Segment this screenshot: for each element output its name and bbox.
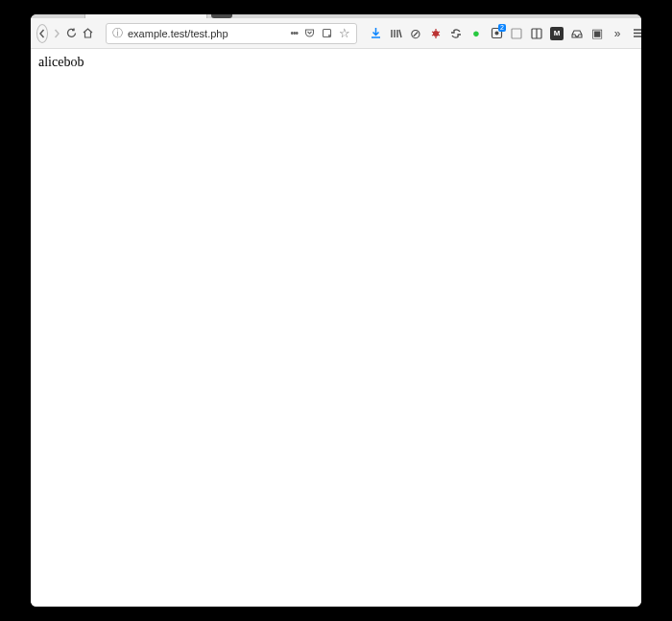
extension-grid-icon[interactable]: ▣ <box>590 27 604 40</box>
extension-badge: 2 <box>498 24 506 32</box>
tab-strip: example.test/test.php + <box>31 14 641 18</box>
downloads-button[interactable] <box>369 27 382 40</box>
home-icon <box>82 27 94 39</box>
pocket-icon-svg <box>304 28 315 38</box>
extension-inbox-icon[interactable] <box>570 27 584 40</box>
reload-button[interactable] <box>65 23 78 44</box>
svg-point-1 <box>328 35 330 36</box>
extension-m-icon[interactable]: M <box>550 27 564 40</box>
extension-noscript-icon[interactable]: ⊘ <box>409 27 422 40</box>
page-body-text: alicebob <box>38 55 84 69</box>
download-icon <box>370 27 382 39</box>
app-menu-button[interactable] <box>631 27 641 40</box>
arrow-left-icon <box>37 29 47 38</box>
overflow-button[interactable]: » <box>611 27 624 40</box>
extension-bug-icon[interactable] <box>429 27 443 40</box>
urlbar-actions: ••• ☆ <box>290 26 350 40</box>
page-actions-button[interactable]: ••• <box>290 28 298 38</box>
home-button[interactable] <box>82 23 94 44</box>
extension-icons: ⊘ ● 2 M ▣ » <box>369 27 641 40</box>
hamburger-icon <box>632 27 642 39</box>
extension-panel2-icon[interactable] <box>530 27 543 40</box>
address-bar[interactable]: ⓘ example.test/test.php ••• ☆ <box>106 23 357 44</box>
plus-icon: + <box>218 14 226 15</box>
svg-point-2 <box>433 31 439 36</box>
tab-active[interactable]: example.test/test.php <box>84 14 207 18</box>
extension-container-icon[interactable]: 2 <box>490 27 503 40</box>
panel2-icon <box>531 28 542 39</box>
extension-panel1-icon[interactable] <box>510 27 523 40</box>
panel-icon <box>511 28 522 39</box>
forward-button[interactable] <box>52 23 61 44</box>
bookmark-star-icon[interactable]: ☆ <box>339 26 350 40</box>
toolbar: ⓘ example.test/test.php ••• ☆ ⊘ <box>31 18 641 49</box>
site-info-icon[interactable]: ⓘ <box>112 26 123 40</box>
browser-window: example.test/test.php + ⓘ example.test/t… <box>31 14 641 607</box>
extension-green-icon[interactable]: ● <box>469 27 483 40</box>
back-button[interactable] <box>36 24 48 43</box>
pocket-icon[interactable] <box>304 28 315 38</box>
svg-rect-5 <box>512 29 521 38</box>
inbox-icon <box>571 28 583 39</box>
sync-icon <box>450 28 462 39</box>
page-content: alicebob <box>31 49 641 607</box>
library-button[interactable] <box>389 27 402 40</box>
new-tab-button[interactable]: + <box>211 14 232 18</box>
arrow-right-icon <box>52 29 61 38</box>
url-text: example.test/test.php <box>128 28 285 39</box>
library-icon <box>390 27 402 39</box>
bug-icon <box>430 28 442 39</box>
reload-icon <box>65 27 78 39</box>
extension-sync-icon[interactable] <box>449 27 463 40</box>
reader-icon-svg <box>322 28 332 38</box>
svg-point-4 <box>494 32 498 36</box>
reader-mode-icon[interactable] <box>322 28 332 38</box>
